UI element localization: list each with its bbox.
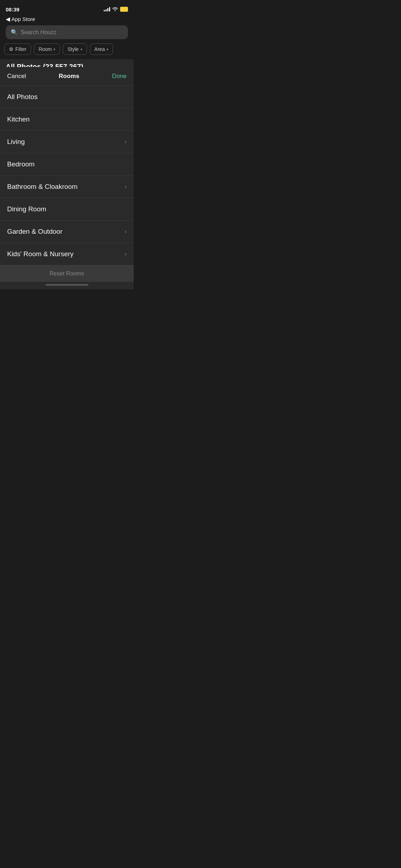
room-label: Room bbox=[38, 46, 52, 52]
room-item-label: Kids' Room & Nursery bbox=[7, 250, 73, 258]
room-item-label: Living bbox=[7, 138, 25, 146]
search-placeholder: Search Houzz bbox=[21, 29, 57, 36]
sheet-title: Rooms bbox=[59, 73, 79, 80]
back-chevron-icon: ◀ bbox=[6, 16, 10, 22]
done-button[interactable]: Done bbox=[112, 73, 127, 80]
app-store-back[interactable]: ◀ App Store bbox=[0, 16, 134, 25]
rooms-sheet: Cancel Rooms Done All PhotosKitchenLivin… bbox=[0, 67, 134, 289]
area-dropdown[interactable]: Area ▾ bbox=[90, 43, 113, 55]
room-item-label: Kitchen bbox=[7, 115, 30, 123]
cancel-button[interactable]: Cancel bbox=[7, 73, 26, 80]
sheet-header: Cancel Rooms Done bbox=[0, 67, 134, 86]
room-item[interactable]: Dining Room bbox=[0, 198, 134, 221]
room-item-label: Bathroom & Cloakroom bbox=[7, 183, 77, 191]
room-list: All PhotosKitchenLiving›BedroomBathroom … bbox=[0, 86, 134, 265]
room-item[interactable]: Kitchen bbox=[0, 108, 134, 131]
filter-icon: ⚙ bbox=[9, 46, 14, 52]
status-icons: ⚡ bbox=[104, 7, 128, 12]
room-item[interactable]: Garden & Outdoor› bbox=[0, 221, 134, 243]
search-bar-container: 🔍 Search Houzz bbox=[0, 25, 134, 43]
signal-icon bbox=[104, 7, 110, 11]
wifi-icon bbox=[112, 7, 118, 12]
area-label: Area bbox=[94, 46, 105, 52]
search-bar[interactable]: 🔍 Search Houzz bbox=[6, 25, 128, 39]
room-item[interactable]: Kids' Room & Nursery› bbox=[0, 243, 134, 265]
room-item[interactable]: Living› bbox=[0, 131, 134, 153]
area-chevron-icon: ▾ bbox=[107, 47, 108, 51]
room-dropdown[interactable]: Room ▾ bbox=[34, 43, 60, 55]
room-item-label: All Photos bbox=[7, 93, 38, 101]
room-chevron-icon: › bbox=[125, 139, 127, 145]
battery-icon: ⚡ bbox=[120, 7, 128, 12]
style-label: Style bbox=[67, 46, 78, 52]
filter-button[interactable]: ⚙ Filter bbox=[4, 43, 31, 55]
room-chevron-icon: › bbox=[125, 228, 127, 235]
room-item[interactable]: All Photos bbox=[0, 86, 134, 108]
room-item[interactable]: Bedroom bbox=[0, 153, 134, 176]
filter-bar: ⚙ Filter Room ▾ Style ▾ Area ▾ bbox=[0, 43, 134, 59]
room-item-label: Garden & Outdoor bbox=[7, 228, 62, 236]
home-indicator bbox=[0, 282, 134, 289]
search-icon: 🔍 bbox=[11, 29, 18, 36]
room-item-label: Dining Room bbox=[7, 205, 46, 213]
room-chevron-icon: › bbox=[125, 251, 127, 257]
home-bar bbox=[46, 284, 88, 286]
filter-label: Filter bbox=[15, 46, 26, 52]
room-chevron-icon: › bbox=[125, 184, 127, 190]
status-bar: 08:39 ⚡ bbox=[0, 0, 134, 16]
room-item[interactable]: Bathroom & Cloakroom› bbox=[0, 176, 134, 198]
status-time: 08:39 bbox=[6, 6, 19, 12]
room-item-label: Bedroom bbox=[7, 160, 35, 168]
app-store-label: App Store bbox=[11, 16, 35, 22]
style-dropdown[interactable]: Style ▾ bbox=[63, 43, 87, 55]
reset-label: Reset Rooms bbox=[50, 270, 84, 277]
room-chevron-icon: ▾ bbox=[53, 47, 55, 51]
style-chevron-icon: ▾ bbox=[81, 47, 82, 51]
reset-bar: Reset Rooms bbox=[0, 265, 134, 282]
